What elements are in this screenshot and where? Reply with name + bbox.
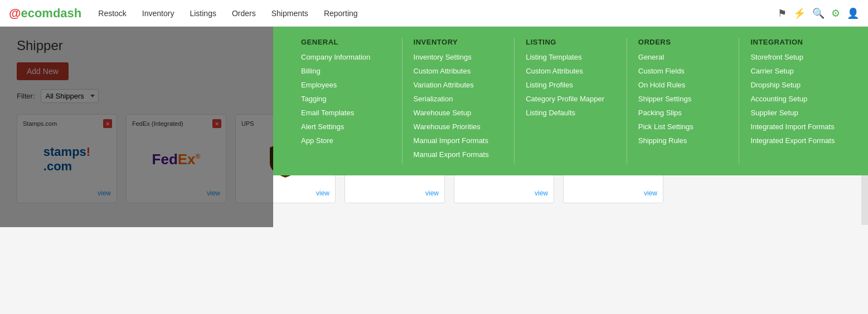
menu-column-inventory: INVENTORY Inventory Settings Custom Attr… — [403, 38, 515, 164]
menu-manual-export-formats[interactable]: Manual Export Formats — [414, 150, 503, 159]
menu-column-general: GENERAL Company Information Billing Empl… — [290, 38, 403, 164]
menu-warehouse-priorities[interactable]: Warehouse Priorities — [414, 122, 503, 131]
menu-accounting-setup[interactable]: Accounting Setup — [750, 95, 840, 103]
truck2-view-link[interactable]: view — [644, 189, 657, 197]
logo[interactable]: @ecomdash — [9, 6, 81, 21]
truck-view-link[interactable]: view — [425, 189, 439, 197]
menu-overlay — [0, 27, 273, 214]
menu-warehouse-setup[interactable]: Warehouse Setup — [414, 109, 503, 117]
menu-integration-title: INTEGRATION — [750, 38, 840, 46]
bolt-icon[interactable]: ⚡ — [793, 7, 806, 19]
menu-inventory-settings[interactable]: Inventory Settings — [414, 53, 503, 61]
search-icon[interactable]: 🔍 — [812, 7, 825, 19]
menu-tagging[interactable]: Tagging — [301, 95, 391, 103]
menu-dropship-setup[interactable]: Dropship Setup — [750, 81, 840, 89]
nav-restock[interactable]: Restock — [98, 9, 127, 18]
top-nav: @ecomdash Restock Inventory Listings Ord… — [0, 0, 868, 27]
menu-on-hold-rules[interactable]: On Hold Rules — [638, 81, 728, 89]
menu-email-templates[interactable]: Email Templates — [301, 109, 391, 117]
menu-variation-attributes[interactable]: Variation Attributes — [414, 81, 503, 89]
flag-icon[interactable]: ⚑ — [778, 7, 787, 19]
menu-column-orders: ORDERS General Custom Fields On Hold Rul… — [627, 38, 740, 164]
nav-orders[interactable]: Orders — [232, 9, 256, 18]
menu-storefront-setup[interactable]: Storefront Setup — [750, 53, 840, 61]
menu-alert-settings[interactable]: Alert Settings — [301, 122, 391, 131]
menu-shipping-rules[interactable]: Shipping Rules — [638, 136, 728, 145]
menu-billing[interactable]: Billing — [301, 67, 391, 75]
nav-inventory[interactable]: Inventory — [142, 9, 174, 18]
nav-listings[interactable]: Listings — [190, 9, 216, 18]
menu-custom-fields[interactable]: Custom Fields — [638, 67, 728, 75]
menu-shipper-settings[interactable]: Shipper Settings — [638, 95, 728, 103]
menu-manual-import-formats[interactable]: Manual Import Formats — [414, 136, 503, 145]
menu-listing-custom-attributes[interactable]: Custom Attributes — [526, 67, 615, 75]
menu-listing-profiles[interactable]: Listing Profiles — [526, 81, 615, 89]
menu-listing-title: LISTING — [526, 38, 615, 46]
menu-supplier-setup[interactable]: Supplier Setup — [750, 109, 840, 117]
menu-column-listing: LISTING Listing Templates Custom Attribu… — [515, 38, 627, 164]
nav-icons: ⚑ ⚡ 🔍 ⚙ 👤 — [778, 7, 859, 19]
user-icon[interactable]: 👤 — [847, 7, 859, 19]
menu-orders-title: ORDERS — [638, 38, 728, 46]
nav-reporting[interactable]: Reporting — [324, 9, 358, 18]
ups-view-link[interactable]: view — [316, 189, 329, 197]
menu-category-profile-mapper[interactable]: Category Profile Mapper — [526, 95, 615, 103]
menu-inventory-title: INVENTORY — [414, 38, 503, 46]
menu-integrated-import-formats[interactable]: Integrated Import Formats — [750, 122, 840, 131]
menu-column-integration: INTEGRATION Storefront Setup Carrier Set… — [739, 38, 851, 164]
menu-employees[interactable]: Employees — [301, 81, 391, 89]
nav-shipments[interactable]: Shipments — [271, 9, 308, 18]
menu-carrier-setup[interactable]: Carrier Setup — [750, 67, 840, 75]
mega-menu: GENERAL Company Information Billing Empl… — [273, 27, 868, 175]
menu-listing-templates[interactable]: Listing Templates — [526, 53, 615, 61]
menu-orders-general[interactable]: General — [638, 53, 728, 61]
menu-general-title: GENERAL — [301, 38, 391, 46]
menu-serialization[interactable]: Serialization — [414, 95, 503, 103]
menu-listing-defaults[interactable]: Listing Defaults — [526, 109, 615, 117]
menu-integrated-export-formats[interactable]: Integrated Export Formats — [750, 136, 840, 145]
menu-pick-list-settings[interactable]: Pick List Settings — [638, 122, 728, 131]
menu-inv-custom-attributes[interactable]: Custom Attributes — [414, 67, 503, 75]
logo-icon: @ — [9, 6, 21, 20]
gear-icon[interactable]: ⚙ — [831, 7, 840, 19]
menu-packing-slips[interactable]: Packing Slips — [638, 109, 728, 117]
menu-company-information[interactable]: Company Information — [301, 53, 391, 61]
nav-links: Restock Inventory Listings Orders Shipme… — [98, 9, 778, 18]
endicia-view-link[interactable]: view — [535, 189, 548, 197]
menu-app-store[interactable]: App Store — [301, 136, 391, 145]
